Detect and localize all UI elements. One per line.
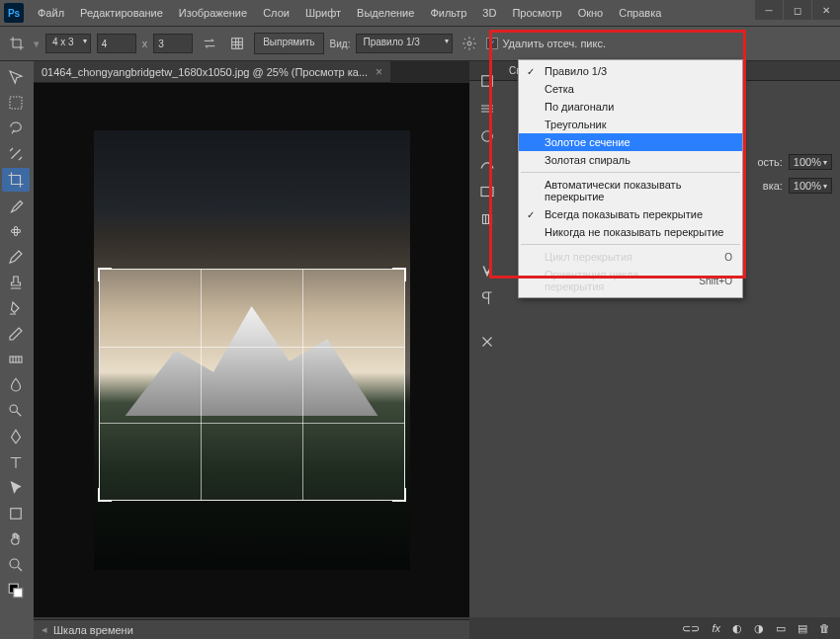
- svg-rect-7: [11, 509, 22, 519]
- menu-window[interactable]: Окно: [570, 3, 612, 23]
- fx-icon[interactable]: fx: [712, 622, 720, 634]
- tool-dodge[interactable]: [2, 399, 30, 423]
- menu-layers[interactable]: Слои: [255, 3, 297, 23]
- dd-rule-thirds[interactable]: Правило 1/3: [519, 62, 742, 80]
- svg-rect-10: [14, 589, 23, 598]
- svg-rect-4: [15, 227, 18, 236]
- crop-grid-line: [201, 270, 202, 500]
- dropdown-separator: [521, 244, 740, 245]
- straighten-button[interactable]: Выпрямить: [254, 33, 323, 54]
- panel-icon[interactable]: [473, 207, 501, 231]
- tool-gradient[interactable]: [2, 348, 30, 371]
- menu-filter[interactable]: Фильтр: [422, 3, 474, 23]
- dd-never-overlay[interactable]: Никогда не показывать перекрытие: [519, 223, 742, 241]
- panel-icon[interactable]: [473, 152, 501, 176]
- menu-select[interactable]: Выделение: [349, 3, 422, 23]
- crop-handle-br[interactable]: [392, 488, 406, 502]
- panel-icon-paragraph[interactable]: [473, 286, 501, 310]
- document-tab[interactable]: 01464_chongyangbridgetw_1680x1050.jpg @ …: [34, 61, 390, 83]
- tool-path-select[interactable]: [2, 476, 30, 500]
- maximize-button[interactable]: ◻: [784, 0, 811, 20]
- crop-width-input[interactable]: [97, 34, 136, 53]
- gear-icon[interactable]: [459, 33, 480, 54]
- tool-heal[interactable]: [2, 219, 30, 243]
- tool-pen[interactable]: [2, 425, 30, 448]
- panel-icon[interactable]: [473, 69, 501, 93]
- dd-always-overlay[interactable]: Всегда показывать перекрытие: [519, 205, 742, 223]
- tool-lasso[interactable]: [2, 117, 30, 140]
- svg-rect-3: [12, 230, 21, 233]
- dd-golden-spiral[interactable]: Золотая спираль: [519, 151, 742, 169]
- menu-type[interactable]: Шрифт: [297, 3, 349, 23]
- toolbox: [0, 61, 34, 639]
- adjustment-icon[interactable]: ◑: [754, 622, 764, 635]
- svg-rect-0: [232, 39, 243, 49]
- opacity-value[interactable]: 100%▾: [789, 154, 832, 170]
- menu-view[interactable]: Просмотр: [504, 3, 569, 23]
- close-button[interactable]: ✕: [812, 0, 840, 20]
- menu-3d[interactable]: 3D: [474, 3, 504, 23]
- dd-cycle-overlay[interactable]: Цикл перекрытияO: [519, 248, 742, 266]
- trash-icon[interactable]: 🗑: [819, 622, 830, 634]
- dd-triangle[interactable]: Треугольник: [519, 116, 742, 133]
- tool-shape[interactable]: [2, 502, 30, 525]
- folder-icon[interactable]: ▭: [776, 622, 786, 635]
- color-swatch[interactable]: [2, 579, 30, 602]
- tool-blur[interactable]: [2, 373, 30, 397]
- dd-golden-ratio[interactable]: Золотое сечение: [519, 133, 742, 151]
- tool-crop[interactable]: [2, 168, 30, 192]
- crop-height-input[interactable]: [153, 34, 193, 53]
- tool-eyedropper[interactable]: [2, 194, 30, 217]
- crop-handle-tl[interactable]: [98, 268, 112, 281]
- crop-grid-line: [302, 270, 303, 500]
- crop-handle-bl[interactable]: [98, 488, 112, 502]
- grid-icon[interactable]: [226, 33, 248, 54]
- svg-rect-13: [481, 188, 493, 197]
- menu-file[interactable]: Файл: [30, 3, 72, 23]
- dd-diagonal[interactable]: По диагонали: [519, 98, 742, 116]
- fill-value[interactable]: 100%▾: [789, 178, 832, 194]
- delete-px-label: Удалить отсеч. пикс.: [502, 38, 606, 49]
- svg-rect-2: [10, 97, 22, 109]
- tool-zoom[interactable]: [2, 553, 30, 577]
- minimize-button[interactable]: ─: [755, 0, 783, 20]
- tool-move[interactable]: [2, 65, 30, 89]
- opacity-label: ость:: [757, 156, 782, 168]
- tool-wand[interactable]: [2, 142, 30, 166]
- close-tab-icon[interactable]: ×: [376, 65, 382, 79]
- crop-grid-line: [100, 347, 404, 348]
- tool-marquee[interactable]: [2, 91, 30, 115]
- svg-point-12: [482, 131, 493, 142]
- panel-icon-column: [469, 69, 505, 354]
- tool-history-brush[interactable]: [2, 296, 30, 320]
- tool-stamp[interactable]: [2, 271, 30, 294]
- menu-help[interactable]: Справка: [611, 3, 669, 23]
- dd-auto-overlay[interactable]: Автоматически показывать перекрытие: [519, 176, 742, 205]
- panel-icon[interactable]: [473, 97, 501, 120]
- crop-handle-tr[interactable]: [392, 268, 406, 281]
- document-title: 01464_chongyangbridgetw_1680x1050.jpg @ …: [42, 66, 368, 78]
- aspect-ratio-select[interactable]: 4 x 3: [45, 34, 91, 53]
- tool-brush[interactable]: [2, 245, 30, 269]
- new-layer-icon[interactable]: ▤: [798, 622, 807, 635]
- panel-icon-type[interactable]: [473, 259, 501, 282]
- canvas-area: 01464_chongyangbridgetw_1680x1050.jpg @ …: [34, 61, 469, 639]
- timeline-bar[interactable]: ◂ Шкала времени: [34, 619, 469, 639]
- svg-point-1: [467, 41, 471, 45]
- canvas-viewport[interactable]: [34, 83, 469, 617]
- link-icon[interactable]: ⊂⊃: [682, 622, 700, 635]
- tool-eraser[interactable]: [2, 322, 30, 346]
- delete-px-checkbox[interactable]: ✓Удалить отсеч. пикс.: [486, 38, 606, 49]
- tool-type[interactable]: [2, 450, 30, 474]
- dd-grid[interactable]: Сетка: [519, 80, 742, 98]
- swap-icon[interactable]: [199, 33, 220, 54]
- menu-image[interactable]: Изображение: [171, 3, 255, 23]
- mask-icon[interactable]: ◐: [732, 622, 742, 635]
- tool-hand[interactable]: [2, 527, 30, 551]
- panel-icon-tools[interactable]: [473, 330, 501, 354]
- crop-rectangle[interactable]: [99, 269, 405, 501]
- menu-edit[interactable]: Редактирование: [72, 3, 171, 23]
- panel-icon[interactable]: [473, 124, 501, 148]
- overlay-view-select[interactable]: Правило 1/3: [356, 34, 453, 53]
- panel-icon[interactable]: [473, 180, 501, 203]
